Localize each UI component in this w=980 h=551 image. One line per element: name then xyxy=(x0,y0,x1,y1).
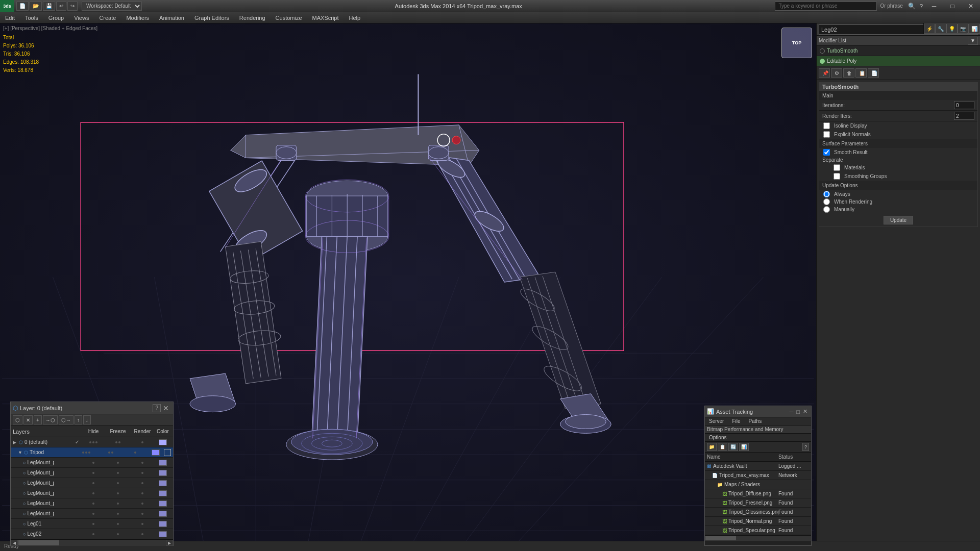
asset-row-specular[interactable]: 🖼 Tripod_Specular.png Found xyxy=(705,526,811,535)
layer-color-leg02[interactable] xyxy=(159,531,167,537)
asset-tb-1[interactable]: 📁 xyxy=(707,443,717,451)
smoothing-checkbox[interactable] xyxy=(834,173,840,180)
layer-color-lm01[interactable] xyxy=(159,460,167,466)
scroll-thumb[interactable] xyxy=(18,540,59,545)
panel-icon-5[interactable]: 📊 xyxy=(969,23,980,34)
menu-customize[interactable]: Customize xyxy=(271,12,307,23)
save-button[interactable]: 💾 xyxy=(43,2,55,11)
layer-expand-tripod[interactable]: ▼ xyxy=(18,450,24,455)
smooth-result-checkbox[interactable] xyxy=(823,149,830,156)
modifier-bulb-active[interactable] xyxy=(820,59,825,64)
layer-row-legmount07[interactable]: ○ LegMount_part07 xyxy=(11,509,173,519)
modifier-editable-poly[interactable]: Editable Poly xyxy=(817,56,980,66)
menu-edit[interactable]: Edit xyxy=(0,12,20,23)
mod-pin-btn[interactable]: 📌 xyxy=(819,68,830,78)
menu-views[interactable]: Views xyxy=(69,12,94,23)
open-button[interactable]: 📂 xyxy=(30,2,42,11)
layer-btn-5[interactable]: ⬡→ xyxy=(59,415,74,424)
menu-group[interactable]: Group xyxy=(43,12,69,23)
asset-hscroll-thumb[interactable] xyxy=(705,536,736,540)
layer-color-leg01[interactable] xyxy=(159,521,167,527)
layers-scrollbar[interactable]: ◀ ▶ xyxy=(11,539,173,545)
layer-color-lm04[interactable] xyxy=(159,500,167,507)
mod-copy-btn[interactable]: 📋 xyxy=(855,68,867,78)
materials-checkbox[interactable] xyxy=(834,164,840,171)
update-button[interactable]: Update xyxy=(884,216,913,224)
isoline-checkbox[interactable] xyxy=(823,122,830,129)
asset-menu-file[interactable]: File xyxy=(728,417,744,425)
modifier-turbosmooth[interactable]: TurboSmooth xyxy=(817,46,980,56)
undo-button[interactable]: ↩ xyxy=(56,2,66,11)
layer-color-lm05[interactable] xyxy=(159,490,167,496)
menu-tools[interactable]: Tools xyxy=(20,12,43,23)
layer-btn-1[interactable]: ⬡ xyxy=(13,415,22,424)
asset-tb-help[interactable]: ? xyxy=(802,443,809,451)
layers-close-button[interactable]: ✕ xyxy=(161,404,171,412)
layer-btn-4[interactable]: →⬡ xyxy=(43,415,58,424)
layer-btn-7[interactable]: ↓ xyxy=(83,415,91,424)
asset-row-file[interactable]: 📄 Tripod_max_vray.max Network xyxy=(705,471,811,480)
layer-color-lm06[interactable] xyxy=(159,480,167,486)
mod-settings-btn[interactable]: ⚙ xyxy=(831,68,842,78)
layer-color-tripod[interactable] xyxy=(152,449,160,456)
viewport-cube[interactable]: TOP xyxy=(781,28,812,58)
asset-row-diffuse[interactable]: 🖼 Tripod_Diffuse.png Found xyxy=(705,489,811,498)
layer-row-legmount06[interactable]: ○ LegMount_part06 xyxy=(11,478,173,488)
help-icon[interactable]: ? xyxy=(918,3,925,9)
layer-row-legmount05[interactable]: ○ LegMount_part05 xyxy=(11,488,173,498)
asset-row-vault[interactable]: 🏛 Autodesk Vault Logged ... xyxy=(705,462,811,471)
search-icon[interactable]: 🔍 xyxy=(906,3,918,10)
menu-maxscript[interactable]: MAXScript xyxy=(307,12,344,23)
layer-color-lm03[interactable] xyxy=(159,470,167,476)
search-input[interactable] xyxy=(775,2,877,11)
layer-row-default[interactable]: ▶ ⬡ 0 (default) ✓ xyxy=(11,437,173,447)
mod-delete-btn[interactable]: 🗑 xyxy=(843,68,854,78)
layer-color-lm07[interactable] xyxy=(159,511,167,517)
layer-row-legmount01[interactable]: ○ LegMount_part01 xyxy=(11,458,173,468)
asset-row-fresnel[interactable]: 🖼 Tripod_Fresnel.png Found xyxy=(705,498,811,508)
layer-row-tripod[interactable]: ▼ ⬡ Tripod xyxy=(11,447,173,458)
menu-modifiers[interactable]: Modifiers xyxy=(121,12,154,23)
asset-close-button[interactable]: ✕ xyxy=(801,408,809,415)
new-button[interactable]: 📄 xyxy=(16,2,29,11)
asset-tb-3[interactable]: 🔄 xyxy=(728,443,738,451)
asset-minimize-button[interactable]: ─ xyxy=(788,409,795,415)
menu-rendering[interactable]: Rendering xyxy=(234,12,271,23)
always-radio[interactable] xyxy=(823,191,830,197)
layer-btn-2[interactable]: ✕ xyxy=(23,415,33,424)
scroll-right-btn[interactable]: ▶ xyxy=(166,540,173,546)
asset-row-maps[interactable]: 📁 Maps / Shaders xyxy=(705,480,811,489)
panel-icon-2[interactable]: 🔧 xyxy=(935,23,946,34)
workspace-selector[interactable]: Workspace: Default xyxy=(82,2,142,11)
layer-color-0[interactable] xyxy=(159,439,167,445)
layer-expand-0[interactable]: ▶ xyxy=(13,440,19,445)
layer-btn-3[interactable]: + xyxy=(34,415,42,424)
menu-help[interactable]: Help xyxy=(344,12,366,23)
layer-row-legmount04[interactable]: ○ LegMount_part04 xyxy=(11,498,173,509)
layer-btn-6[interactable]: ↑ xyxy=(75,415,82,424)
redo-button[interactable]: ↪ xyxy=(67,2,78,11)
layer-row-leg01[interactable]: ○ Leg01 xyxy=(11,519,173,529)
layer-row-leg02[interactable]: ○ Leg02 xyxy=(11,529,173,539)
cube-face-top[interactable]: TOP xyxy=(781,28,812,58)
manually-radio[interactable] xyxy=(823,206,830,213)
asset-menu-paths[interactable]: Paths xyxy=(745,417,766,425)
layer-row-legmount03[interactable]: ○ LegMount_part03 xyxy=(11,468,173,478)
asset-menu-options[interactable]: Options xyxy=(705,434,730,441)
panel-icon-3[interactable]: 💡 xyxy=(946,23,958,34)
mod-paste-btn[interactable]: 📄 xyxy=(868,68,879,78)
asset-hscrollbar[interactable] xyxy=(705,535,811,540)
scroll-left-btn[interactable]: ◀ xyxy=(11,540,18,546)
close-button[interactable]: ✕ xyxy=(962,0,980,12)
maximize-button[interactable]: □ xyxy=(943,0,962,12)
explicit-checkbox[interactable] xyxy=(823,131,830,138)
tripod-checkbox[interactable] xyxy=(164,449,171,456)
menu-graph-editors[interactable]: Graph Editors xyxy=(189,12,234,23)
minimize-button[interactable]: ─ xyxy=(925,0,943,12)
when-rendering-radio[interactable] xyxy=(823,198,830,205)
asset-tb-2[interactable]: 📋 xyxy=(718,443,727,451)
layers-help-button[interactable]: ? xyxy=(153,404,161,412)
menu-animation[interactable]: Animation xyxy=(154,12,189,23)
render-iters-input[interactable] xyxy=(954,112,974,120)
menu-create[interactable]: Create xyxy=(94,12,121,23)
